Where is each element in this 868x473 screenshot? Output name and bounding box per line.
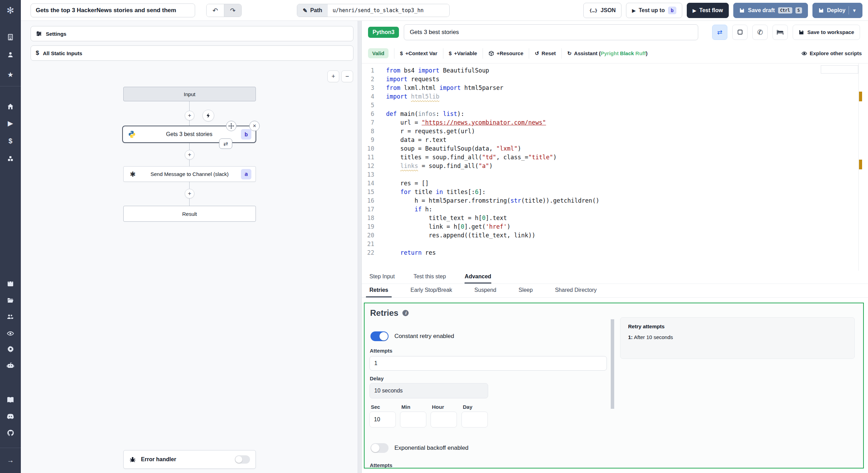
phone-incoming-icon: ✆ — [757, 28, 763, 36]
panel-resize-divider[interactable] — [358, 21, 362, 473]
sliders-icon — [36, 31, 42, 37]
docs-book-icon[interactable] — [3, 393, 17, 407]
runs-play-icon[interactable]: ▶ — [3, 116, 17, 130]
workspace-icon[interactable] — [3, 30, 17, 44]
undo-button[interactable]: ↶ — [207, 4, 224, 17]
subtab-early-stop[interactable]: Early Stop/Break — [407, 284, 456, 297]
zoom-in-button[interactable]: + — [327, 70, 339, 82]
tab-test-this-step[interactable]: Test this step — [414, 271, 446, 284]
hour-input[interactable] — [431, 412, 457, 428]
move-icon — [228, 123, 234, 129]
editor-scrollbar[interactable] — [821, 65, 858, 74]
add-resource-button[interactable]: +Resource — [489, 50, 523, 56]
explore-other-scripts-button[interactable]: Explore other scripts — [801, 50, 862, 56]
variables-dollar-icon[interactable]: $ — [3, 134, 17, 148]
lint-status-badge: Valid — [368, 48, 389, 58]
early-stop-toolbar-button[interactable] — [732, 25, 748, 40]
collapse-arrow-icon[interactable]: → — [3, 453, 17, 467]
favorites-star-icon[interactable]: ★ — [3, 68, 17, 82]
python-icon — [128, 130, 136, 138]
flow-path[interactable]: ✎Path u/henri/send_to_slack_top3_hn — [297, 4, 450, 17]
save-draft-button[interactable]: Save draft Ctrl S — [733, 3, 808, 18]
attempts-label-2: Attempts — [370, 462, 392, 468]
suspend-toolbar-button[interactable]: ✆ — [752, 25, 768, 40]
flow-step-b-node[interactable]: Gets 3 best stories b — [122, 126, 256, 143]
test-up-to-button[interactable]: ▶ Test up to b — [626, 3, 682, 18]
flow-input-node[interactable]: Input — [123, 87, 256, 101]
retry-loop-icon: ⇄ — [717, 28, 723, 36]
error-handler-toggle[interactable] — [235, 455, 250, 464]
insert-step-button[interactable]: + — [185, 189, 194, 199]
toolbar-divider — [443, 48, 443, 59]
node-retry-loop-button[interactable]: ⇄ — [219, 138, 232, 149]
insert-step-button[interactable]: + — [185, 111, 194, 120]
add-context-var-button[interactable]: $ +Context Var — [400, 50, 437, 56]
add-variable-button[interactable]: $ +Variable — [449, 50, 477, 56]
folders-icon[interactable] — [3, 293, 17, 307]
json-button[interactable]: {…} JSON — [583, 3, 621, 18]
move-node-handle[interactable] — [226, 121, 236, 131]
github-icon[interactable] — [3, 426, 17, 440]
groups-users-icon[interactable] — [3, 310, 17, 324]
user-icon[interactable] — [3, 48, 17, 62]
toolbar-divider — [394, 48, 394, 59]
discord-icon[interactable] — [3, 409, 17, 423]
trigger-bolt-button[interactable] — [202, 110, 214, 121]
error-handler-node[interactable]: Error handler — [123, 450, 256, 469]
undo-redo-group: ↶ ↷ — [206, 4, 242, 17]
all-static-inputs-button[interactable]: $ All Static Inputs — [31, 45, 353, 61]
schedules-calendar-icon[interactable] — [3, 277, 17, 290]
sync-icon: ↻ — [567, 50, 572, 57]
subtab-sleep[interactable]: Sleep — [515, 284, 536, 297]
info-icon[interactable]: i — [402, 310, 409, 316]
min-input[interactable] — [400, 412, 426, 428]
constant-retry-toggle[interactable] — [370, 331, 389, 341]
step-b-title: Gets 3 best stories — [166, 131, 212, 137]
test-flow-button[interactable]: ▶ Test flow — [687, 3, 729, 18]
day-input[interactable] — [461, 412, 488, 428]
deploy-button[interactable]: Deploy ▼ — [812, 3, 862, 18]
retries-settings-panel: Retries i Constant retry enabled Attempt… — [364, 303, 864, 468]
chevron-down-icon[interactable]: ▼ — [852, 8, 857, 13]
save-to-workspace-button[interactable]: Save to workspace — [793, 25, 860, 40]
insert-step-button[interactable]: + — [185, 150, 194, 160]
resources-cubes-icon[interactable] — [3, 152, 17, 166]
retries-toolbar-button[interactable]: ⇄ — [712, 25, 727, 40]
slack-icon: ✱ — [130, 170, 136, 178]
home-icon[interactable] — [3, 100, 17, 113]
left-sidebar: ✻ ★ ▶ $ — [0, 0, 21, 473]
flow-title-input[interactable] — [31, 3, 195, 17]
retries-scrollbar[interactable] — [611, 319, 614, 409]
reset-icon: ↺ — [535, 50, 539, 57]
flow-settings-button[interactable]: Settings — [31, 26, 353, 41]
eye-icon — [801, 51, 807, 56]
exponential-backoff-toggle[interactable] — [370, 443, 389, 453]
dollar-icon: $ — [400, 50, 403, 56]
delete-node-button[interactable]: × — [249, 121, 260, 131]
sec-input[interactable] — [369, 412, 396, 428]
code-editor[interactable]: 12345678910111213141516171819202122 from… — [362, 64, 868, 271]
subtab-shared-directory[interactable]: Shared Directory — [551, 284, 600, 297]
tab-advanced[interactable]: Advanced — [465, 271, 491, 284]
flow-step-a-node[interactable]: ✱ Send Message to Channel (slack) a — [123, 166, 256, 182]
step-name-input[interactable] — [404, 24, 698, 40]
reset-button[interactable]: ↺ Reset — [535, 50, 556, 57]
assistant-button[interactable]: ↻ Assistant (Pyright Black Ruff) — [567, 50, 648, 57]
lightning-icon — [206, 113, 211, 118]
redo-button[interactable]: ↷ — [224, 4, 241, 17]
windmill-logo-icon[interactable]: ✻ — [0, 0, 21, 21]
path-value: u/henri/send_to_slack_top3_hn — [328, 4, 449, 17]
settings-gear-icon[interactable] — [3, 342, 17, 356]
tab-step-input[interactable]: Step Input — [369, 271, 395, 284]
zoom-out-button[interactable]: − — [341, 70, 353, 82]
play-icon: ▶ — [693, 8, 696, 13]
subtab-suspend[interactable]: Suspend — [471, 284, 500, 297]
top-bar: ↶ ↷ ✎Path u/henri/send_to_slack_top3_hn … — [21, 0, 868, 21]
flow-result-node[interactable]: Result — [123, 206, 256, 222]
sleep-toolbar-button[interactable] — [773, 25, 788, 40]
ai-robot-icon[interactable] — [3, 358, 17, 372]
subtab-retries[interactable]: Retries — [366, 284, 392, 297]
day-label: Day — [463, 404, 473, 410]
attempts-input[interactable] — [369, 356, 607, 371]
audit-eye-icon[interactable] — [3, 327, 17, 340]
